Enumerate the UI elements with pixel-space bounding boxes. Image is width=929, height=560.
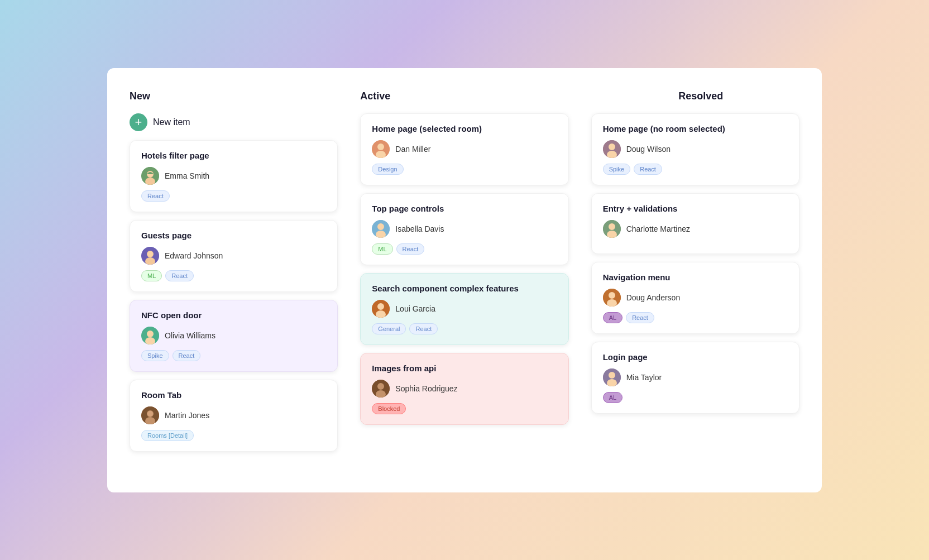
avatar [372, 220, 390, 238]
card-user: Doug Anderson [603, 289, 788, 307]
new-column-header: New [130, 90, 338, 102]
tag-react: React [141, 190, 170, 202]
card-search-complex[interactable]: Search component complex features Loui G… [360, 273, 568, 345]
resolved-column: Resolved Home page (no room selected) Do… [580, 90, 799, 470]
card-title: Search component complex features [372, 284, 557, 293]
card-user: Charlotte Martinez [603, 220, 788, 238]
card-title: Home page (selected room) [372, 124, 557, 133]
user-name: Charlotte Martinez [626, 224, 690, 233]
svg-point-7 [147, 251, 153, 257]
avatar [603, 289, 621, 307]
svg-point-30 [609, 143, 615, 150]
active-column: Active Home page (selected room) Dan Mil… [349, 90, 580, 470]
card-user: Emma Smith [141, 167, 326, 185]
svg-point-27 [377, 383, 384, 390]
tag-react: React [165, 270, 194, 281]
card-title: Login page [603, 352, 788, 362]
avatar [372, 380, 390, 398]
new-item-icon: + [130, 113, 147, 131]
new-column: New + New item Hotels filter page [130, 90, 349, 470]
new-item-label: New item [153, 117, 190, 127]
user-name: Doug Anderson [626, 293, 681, 302]
tag-design: Design [372, 164, 403, 175]
tag-spike: Spike [603, 164, 631, 175]
card-tags: Spike React [141, 350, 326, 361]
card-user: Olivia Williams [141, 327, 326, 344]
card-tags: Design [372, 164, 557, 175]
board: New + New item Hotels filter page [107, 68, 822, 492]
avatar [372, 300, 390, 318]
card-nfc-open-door[interactable]: NFC open door Olivia Williams Spike [130, 300, 338, 372]
card-title: Images from api [372, 363, 557, 373]
svg-point-11 [147, 331, 153, 337]
card-title: Room Tab [141, 390, 326, 400]
user-name: Loui Garcia [395, 304, 435, 313]
tag-al: AL [603, 392, 622, 403]
card-title: NFC open door [141, 310, 326, 320]
card-top-controls[interactable]: Top page controls Isabella Davis ML [360, 193, 568, 265]
user-name: Emma Smith [165, 171, 209, 180]
svg-point-33 [609, 223, 615, 230]
card-entry-validations[interactable]: Entry + validations Charlotte Martinez [591, 193, 799, 254]
tag-ml: ML [372, 243, 392, 255]
avatar [141, 327, 159, 344]
avatar [141, 247, 159, 265]
user-name: Isabella Davis [395, 224, 444, 233]
card-tags: Blocked [372, 403, 557, 414]
tag-react: React [173, 350, 201, 361]
user-name: Doug Wilson [626, 145, 671, 154]
card-tags: Spike React [603, 164, 788, 175]
card-user: Martin Jones [141, 406, 326, 424]
tag-spike: Spike [141, 350, 169, 361]
svg-point-17 [377, 143, 384, 150]
card-tags: General React [372, 323, 557, 334]
card-images-api[interactable]: Images from api Sophia Rodriguez Blocked [360, 353, 568, 425]
user-name: Mia Taylor [626, 373, 662, 382]
card-hotels-filter[interactable]: Hotels filter page Emma Smith [130, 140, 338, 212]
avatar [141, 406, 159, 424]
resolved-column-header: Resolved [591, 90, 799, 102]
card-tags: React [141, 190, 326, 202]
card-user: Loui Garcia [372, 300, 557, 318]
tag-react: React [634, 164, 662, 175]
user-name: Sophia Rodriguez [395, 384, 457, 393]
card-home-no-room[interactable]: Home page (no room selected) Doug Wilson… [591, 113, 799, 185]
card-title: Home page (no room selected) [603, 124, 788, 133]
card-user: Edward Johnson [141, 247, 326, 265]
avatar [603, 368, 621, 386]
user-name: Martin Jones [165, 411, 209, 420]
tag-ml: ML [141, 270, 162, 281]
svg-point-36 [609, 292, 615, 299]
card-login-page[interactable]: Login page Mia Taylor AL [591, 342, 799, 414]
card-user: Isabella Davis [372, 220, 557, 238]
card-user: Sophia Rodriguez [372, 380, 557, 398]
card-home-selected[interactable]: Home page (selected room) Dan Miller Des… [360, 113, 568, 185]
card-title: Navigation menu [603, 272, 788, 282]
card-room-tab[interactable]: Room Tab Martin Jones Rooms [Detail] [130, 380, 338, 452]
card-tags: ML React [372, 243, 557, 255]
avatar [141, 167, 159, 185]
card-user: Mia Taylor [603, 368, 788, 386]
tag-rooms: Rooms [Detail] [141, 430, 194, 441]
tag-react: React [396, 243, 425, 255]
tag-react: React [626, 312, 654, 323]
avatar [603, 140, 621, 158]
svg-point-15 [147, 411, 153, 417]
card-tags: ML React [141, 270, 326, 281]
tag-al: AL [603, 312, 622, 323]
card-navigation-menu[interactable]: Navigation menu Doug Anderson AL React [591, 262, 799, 334]
card-guests-page[interactable]: Guests page Edward Johnson ML React [130, 220, 338, 292]
svg-point-39 [609, 372, 615, 379]
card-title: Hotels filter page [141, 151, 326, 160]
avatar [603, 220, 621, 238]
card-user: Doug Wilson [603, 140, 788, 158]
user-name: Dan Miller [395, 145, 430, 154]
card-title: Entry + validations [603, 204, 788, 213]
user-name: Olivia Williams [165, 331, 216, 340]
card-title: Guests page [141, 231, 326, 240]
tag-react: React [409, 323, 438, 334]
avatar [372, 140, 390, 158]
new-item-button[interactable]: + New item [130, 113, 338, 131]
user-name: Edward Johnson [165, 251, 223, 260]
svg-point-24 [377, 303, 384, 310]
